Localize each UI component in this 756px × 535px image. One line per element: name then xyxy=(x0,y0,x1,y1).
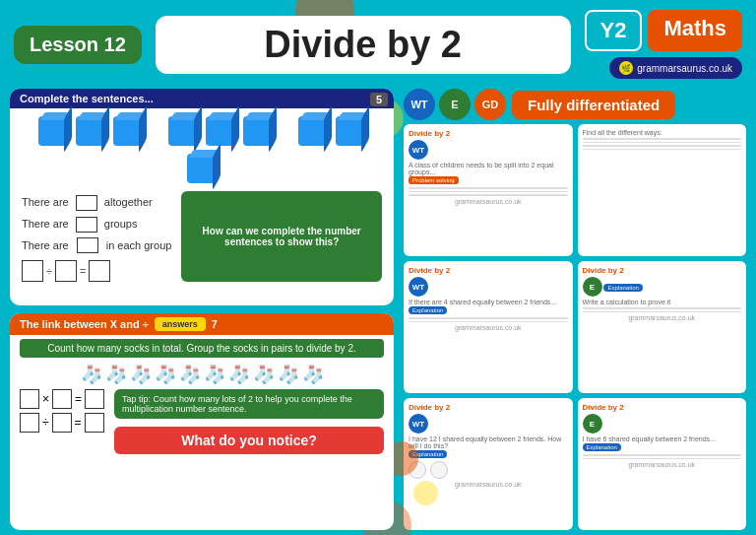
word3: in each group xyxy=(106,234,172,256)
ws-lines xyxy=(409,187,568,196)
slide-2: The link between X and ÷ answers 7 Count… xyxy=(10,313,394,530)
grammar-logo: grammarsaurus.co.uk xyxy=(583,461,742,468)
ws-text: If there are 4 shared equally between 2 … xyxy=(409,299,568,305)
green-prompt-box: How can we complete the number sentences… xyxy=(181,191,382,282)
grammar-logo: grammarsaurus.co.uk xyxy=(409,324,568,331)
slide-sentences: There are altogether There are groups Th… xyxy=(22,191,171,282)
ws-explain-badge: Explanation xyxy=(583,443,621,451)
ws-problem-badge: Problem solving xyxy=(409,176,459,184)
calc-equations: × = ÷ = xyxy=(20,389,104,433)
ws-lines xyxy=(583,138,742,150)
slide-2-pagenum: 7 xyxy=(212,318,218,330)
grammar-logo: grammarsaurus.co.uk xyxy=(583,314,742,321)
ws-circles xyxy=(409,461,568,479)
notice-button[interactable]: What do you notice? xyxy=(114,427,384,454)
sock: 🧦 xyxy=(179,364,201,385)
worksheet-col-2: Find all the different ways: Divide by 2… xyxy=(578,124,747,530)
sock: 🧦 xyxy=(228,364,250,385)
sock: 🧦 xyxy=(81,364,102,385)
worksheet-1[interactable]: Divide by 2 WT A class of children needs… xyxy=(404,124,573,256)
cube xyxy=(206,116,235,146)
ws-title: Divide by 2 xyxy=(409,266,568,275)
ws-badge-e: E xyxy=(583,414,602,434)
page-header: Lesson 12 Divide by 2 Y2 Maths 🌿 grammar… xyxy=(0,0,756,89)
calc-box xyxy=(85,389,104,409)
input-box xyxy=(76,217,97,233)
diff-header: WT E GD Fully differentiated xyxy=(404,89,746,120)
page-title: Divide by 2 xyxy=(185,24,541,66)
right-section: WT E GD Fully differentiated Divide by 2… xyxy=(404,89,746,530)
calc-box xyxy=(52,389,72,409)
level-badges: WT E GD xyxy=(404,89,506,120)
calc-area: × = ÷ = Ta xyxy=(20,389,384,454)
slide-1: Complete the sentences... 5 xyxy=(10,89,394,305)
cube xyxy=(336,116,365,146)
input-box xyxy=(77,237,98,253)
worksheet-4[interactable]: Find all the different ways: xyxy=(578,124,747,256)
worksheet-2[interactable]: Divide by 2 WT If there are 4 shared equ… xyxy=(404,261,573,393)
cube xyxy=(113,116,143,146)
eq-box xyxy=(22,260,43,282)
cube xyxy=(38,116,68,146)
cube xyxy=(168,116,198,146)
top-right-panel: Y2 Maths 🌿 grammarsaurus.co.uk xyxy=(585,10,742,79)
grammar-icon: 🌿 xyxy=(619,61,633,75)
ws-lines xyxy=(583,454,742,459)
slide-1-body: There are altogether There are groups Th… xyxy=(10,108,394,290)
slide-1-title: Complete the sentences... xyxy=(20,93,154,104)
lesson-badge: Lesson 12 xyxy=(14,26,142,64)
answers-button[interactable]: answers xyxy=(155,317,206,331)
ws-badge-wt: WT xyxy=(409,414,428,434)
year-maths-row: Y2 Maths xyxy=(585,10,742,51)
sock: 🧦 xyxy=(204,364,225,385)
eq-box xyxy=(89,260,110,282)
ws-explain-badge: Explanation xyxy=(603,284,642,292)
calc-box xyxy=(20,389,39,409)
input-box xyxy=(76,195,97,211)
main-content: Complete the sentences... 5 xyxy=(0,89,756,535)
multiply-row: × = xyxy=(20,389,104,409)
maths-badge: Maths xyxy=(648,10,742,51)
grammar-label: grammarsaurus.co.uk xyxy=(637,63,732,74)
worksheet-6[interactable]: Divide by 2 E I have 6 shared equally be… xyxy=(578,398,747,530)
ws-title: Divide by 2 xyxy=(409,403,568,412)
badge-gd: GD xyxy=(474,89,506,120)
ws-lines xyxy=(583,307,742,312)
ws-title: Divide by 2 xyxy=(583,403,742,412)
ws-text-top: Find all the different ways: xyxy=(583,129,742,136)
slide-2-header: The link between X and ÷ answers 7 xyxy=(10,313,394,335)
ws-title: Divide by 2 xyxy=(409,129,568,138)
worksheet-5[interactable]: Divide by 2 E Explanation Write a calcul… xyxy=(578,261,747,393)
cube xyxy=(298,116,328,146)
slide-1-header: Complete the sentences... 5 xyxy=(10,89,394,108)
worksheet-3[interactable]: Divide by 2 WT I have 12 I shared equall… xyxy=(404,398,573,530)
sock: 🧦 xyxy=(130,364,152,385)
cube xyxy=(187,154,217,183)
cube xyxy=(76,116,105,146)
badge-e: E xyxy=(439,89,471,120)
badge-wt: WT xyxy=(404,89,435,120)
sentence3: There are xyxy=(22,234,69,256)
word1: altogether xyxy=(104,196,153,208)
worksheet-col-1: Divide by 2 WT A class of children needs… xyxy=(404,124,573,530)
slide-2-title: The link between X and ÷ xyxy=(20,318,149,330)
title-box: Divide by 2 xyxy=(156,16,571,74)
ws-badge-wt: WT xyxy=(409,140,428,160)
word2: groups xyxy=(104,218,138,230)
ws-text: Write a calculation to prove it xyxy=(583,299,742,305)
sock: 🧦 xyxy=(105,364,127,385)
socks-row: 🧦 🧦 🧦 🧦 🧦 🧦 🧦 🧦 🧦 🧦 xyxy=(20,364,384,385)
grammar-badge: 🌿 grammarsaurus.co.uk xyxy=(609,57,742,79)
grammar-logo: grammarsaurus.co.uk xyxy=(409,198,568,205)
ws-title: Divide by 2 xyxy=(583,266,742,275)
slide-1-pagenum: 5 xyxy=(370,93,388,106)
ws-text: I have 6 shared equally between 2 friend… xyxy=(583,435,742,442)
ws-text: I have 12 I shared equally between 2 fri… xyxy=(409,435,568,449)
sock: 🧦 xyxy=(155,364,176,385)
calc-box xyxy=(52,413,72,433)
slides-section: Complete the sentences... 5 xyxy=(10,89,394,530)
ws-explain-badge: Explanation xyxy=(409,306,447,314)
calc-box xyxy=(20,413,39,433)
worksheets-area: Divide by 2 WT A class of children needs… xyxy=(404,124,746,530)
slide-2-body: Count how many socks in total. Group the… xyxy=(10,335,394,458)
